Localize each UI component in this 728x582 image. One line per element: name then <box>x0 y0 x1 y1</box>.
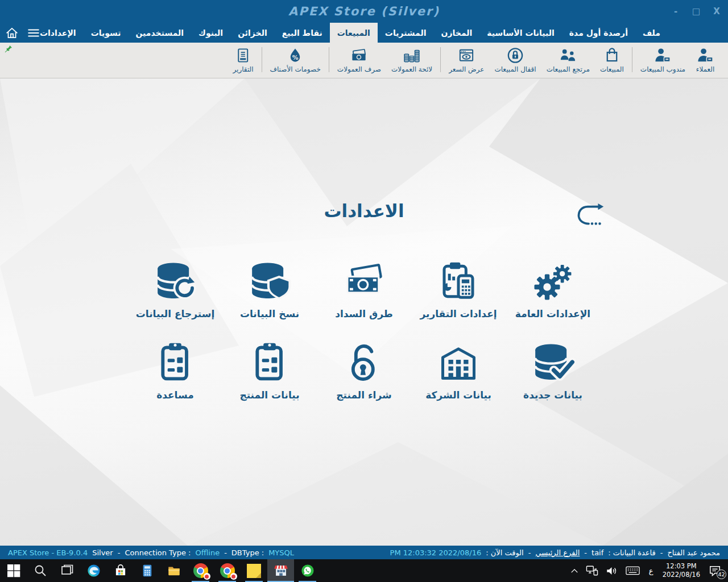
tile-new-data[interactable]: بيانات جديدة <box>506 340 600 401</box>
ribbon-sales-rep-button[interactable]: مندوب المبيعات <box>635 45 690 78</box>
action-center-button[interactable]: 42 <box>708 564 722 577</box>
ribbon-sales-lock-button[interactable]: اقفال المبيعات <box>489 45 541 78</box>
touch-keyboard-icon[interactable] <box>626 566 640 575</box>
taskbar-apex-store-active[interactable] <box>267 559 294 582</box>
ribbon-sales-return-button[interactable]: مرتجع المبيعات <box>541 45 595 78</box>
ribbon-group-customers: العملاء مندوب المبيعات <box>635 45 720 78</box>
sales-lock-icon <box>506 47 525 64</box>
taskbar-search-button[interactable] <box>27 559 53 582</box>
menu-item-purchases[interactable]: المشتريات <box>378 23 434 43</box>
settings-tiles-grid: الإعدادات العامة إعدادات التقارير <box>128 259 600 401</box>
tile-company-data[interactable]: بيانات الشركة <box>411 340 506 401</box>
status-user: محمود عبد الفتاح <box>667 548 720 557</box>
taskbar-chrome-1[interactable] <box>187 559 214 582</box>
whatsapp-icon <box>300 563 315 578</box>
tile-help[interactable]: مساعدة <box>128 340 222 401</box>
tray-clock[interactable]: 12:03 PM 2022/08/16 <box>663 562 700 579</box>
price-view-icon <box>457 47 476 64</box>
volume-icon[interactable] <box>606 566 618 576</box>
status-time-label: الوقت الآن : <box>486 548 524 557</box>
taskbar-file-explorer[interactable] <box>160 559 187 582</box>
taskbar-calculator[interactable] <box>134 559 160 582</box>
status-database-value: taif <box>592 548 603 557</box>
company-data-icon <box>436 340 481 385</box>
item-discounts-icon: % <box>286 47 305 64</box>
tile-general-settings[interactable]: الإعدادات العامة <box>506 259 600 319</box>
sales-bag-icon <box>602 47 622 64</box>
general-settings-icon <box>530 259 576 304</box>
status-dash: - <box>584 548 587 557</box>
status-branch-link[interactable]: الفرع الرئيسي <box>535 548 580 557</box>
home-icon[interactable] <box>3 24 20 41</box>
task-view-button[interactable] <box>53 559 80 582</box>
report-settings-icon <box>436 259 481 304</box>
taskbar-sticky-notes[interactable] <box>241 559 267 582</box>
tile-product-data[interactable]: بيانات المنتج <box>222 340 317 401</box>
statusbar: APEX Store - EB-9.0.4 Silver - Connectio… <box>0 546 728 559</box>
sticky-notes-icon <box>247 564 261 578</box>
menubar: ملف أرصدة أول مدة البيانات الأساسية المخ… <box>0 23 728 43</box>
taskbar-whatsapp[interactable] <box>294 559 321 582</box>
start-button[interactable] <box>0 559 27 582</box>
calculator-icon <box>140 563 155 578</box>
task-view-icon <box>60 563 75 578</box>
ribbon-customers-button[interactable]: العملاء <box>690 45 720 78</box>
tile-restore-data[interactable]: إسترجاع البيانات <box>128 259 222 319</box>
help-icon <box>152 340 198 385</box>
menu-item-adjustments[interactable]: تسويات <box>84 23 129 43</box>
menu-item-warehouses[interactable]: المخازن <box>434 23 480 43</box>
sales-rep-icon <box>653 47 672 64</box>
menu-item-safes[interactable]: الخزائن <box>230 23 275 43</box>
menu-item-opening-balances[interactable]: أرصدة أول مدة <box>562 23 635 43</box>
maximize-button[interactable]: □ <box>690 6 702 16</box>
language-indicator[interactable]: ع <box>647 567 655 575</box>
taskbar-chrome-2[interactable] <box>214 559 241 582</box>
ribbon-commission-list-button[interactable]: لائحة العمولات <box>386 45 437 78</box>
menu-item-sales[interactable]: المبيعات <box>330 23 378 43</box>
sales-return-icon <box>559 47 578 64</box>
payment-methods-icon <box>341 259 387 304</box>
pushpin-icon[interactable] <box>3 44 13 55</box>
ribbon-item-discounts-button[interactable]: % خصومات الأصناف <box>265 45 326 78</box>
menu-item-users[interactable]: المستخدمين <box>129 23 192 43</box>
ribbon-group-discounts: % خصومات الأصناف <box>265 45 326 78</box>
menu-item-pos[interactable]: نقاط البيع <box>275 23 330 43</box>
window-title: APEX Store (Silver) <box>0 0 728 23</box>
status-dbtype-value: MYSQL <box>268 548 294 557</box>
menu-item-basic-data[interactable]: البيانات الأساسية <box>479 23 561 43</box>
tray-chevron-up-icon[interactable] <box>570 568 578 573</box>
tile-backup-data[interactable]: نسخ البيانات <box>222 259 317 319</box>
tray-date: 2022/08/16 <box>663 571 700 579</box>
main-content: الاعدادات <box>0 78 728 546</box>
status-app-info: APEX Store - EB-9.0.4 Silver - Connectio… <box>6 548 296 557</box>
menu-item-file[interactable]: ملف <box>635 23 668 43</box>
taskbar-edge[interactable] <box>80 559 107 582</box>
ribbon-separator <box>329 47 329 72</box>
windows-taskbar: ع 12:03 PM 2022/08/16 42 <box>0 559 728 582</box>
restore-data-icon <box>152 259 198 304</box>
tile-payment-methods[interactable]: طرق السداد <box>317 259 411 319</box>
tile-product-purchase[interactable]: شراء المنتج <box>317 340 411 401</box>
chrome-badge <box>230 573 237 580</box>
ribbon-commission-pay-button[interactable]: صرف العمولات <box>332 45 386 78</box>
hamburger-menu-icon[interactable] <box>25 24 42 41</box>
refresh-arrow-icon[interactable] <box>573 199 604 230</box>
taskbar-microsoft-store[interactable] <box>107 559 134 582</box>
ribbon-sales-button[interactable]: المبيعات <box>595 45 629 78</box>
product-purchase-icon <box>341 340 387 385</box>
windows-start-icon <box>6 563 21 578</box>
tile-report-settings[interactable]: إعدادات التقارير <box>411 259 506 319</box>
ribbon-separator <box>632 47 632 72</box>
minimize-button[interactable]: - <box>670 6 681 16</box>
backup-data-icon <box>247 259 292 304</box>
network-icon[interactable] <box>586 565 598 576</box>
ribbon-reports-button[interactable]: التقارير <box>228 45 258 78</box>
ribbon-group-sales: المبيعات مرتجع المبيعات اقفال المبيعات <box>444 45 629 78</box>
chrome-badge <box>204 573 210 580</box>
close-button[interactable]: X <box>711 6 722 16</box>
ribbon-price-view-button[interactable]: عرض السعر <box>444 45 489 78</box>
product-data-icon <box>247 340 292 385</box>
customers-icon <box>696 47 715 64</box>
app-window: APEX Store (Silver) - □ X ملف أرصدة أول … <box>0 0 728 582</box>
menu-item-banks[interactable]: البنوك <box>191 23 230 43</box>
